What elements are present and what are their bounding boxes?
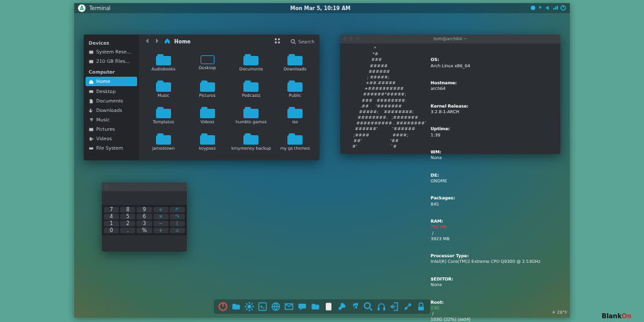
dock-web-icon[interactable]: [270, 301, 281, 312]
calculator-titlebar[interactable]: [102, 182, 187, 191]
sidebar-section-devices: Devices: [84, 37, 139, 47]
dock-mail-icon[interactable]: [284, 301, 294, 312]
calc-key-−[interactable]: −: [153, 221, 169, 226]
tray-volume-icon[interactable]: [545, 5, 551, 12]
folder-item[interactable]: Desktop: [186, 50, 230, 76]
calc-key-↷[interactable]: ↷: [170, 214, 185, 219]
calc-key-4[interactable]: 4: [104, 214, 119, 219]
calc-key-+[interactable]: +: [153, 228, 169, 233]
dock-chat-icon[interactable]: [297, 301, 308, 312]
tray-bluetooth-icon[interactable]: [538, 5, 543, 12]
calc-key-×[interactable]: ×: [153, 214, 169, 219]
dock-network-icon[interactable]: [402, 301, 413, 312]
folder-item[interactable]: my gs themes: [273, 129, 317, 155]
calc-key-([interactable]: (: [170, 221, 185, 226]
dock-music-icon[interactable]: [350, 301, 360, 312]
svg-rect-2: [563, 5, 564, 8]
dock: [214, 299, 430, 314]
sidebar-item-210gb[interactable]: 210 GB Files...: [84, 57, 139, 66]
dock-power-icon[interactable]: [218, 301, 228, 312]
activities-icon[interactable]: A: [78, 4, 86, 12]
dock-logout-icon[interactable]: [389, 301, 400, 312]
sidebar-item-music[interactable]: Music: [84, 115, 139, 125]
folder-item[interactable]: Templates: [142, 103, 186, 129]
calc-key-5[interactable]: 5: [120, 214, 135, 219]
calc-key-9[interactable]: 9: [136, 207, 152, 213]
dock-lock-icon[interactable]: [416, 301, 426, 312]
close-icon[interactable]: [343, 36, 347, 41]
folder-icon: [243, 107, 258, 118]
calc-key-0[interactable]: 0: [104, 228, 119, 233]
sidebar-item-system-reserved[interactable]: System Rese...: [84, 47, 139, 57]
calc-key-3[interactable]: 3: [136, 221, 152, 226]
active-app-label[interactable]: Terminal: [89, 6, 111, 11]
nav-forward-icon[interactable]: [154, 38, 160, 45]
svg-point-0: [531, 5, 535, 9]
sidebar-item-filesystem[interactable]: File System: [84, 143, 139, 153]
dock-wrench-icon[interactable]: [336, 301, 347, 312]
terminal-body[interactable]: * *# ### ##### ###### ; #####; +##.#####: [340, 43, 560, 322]
dock-headphones-icon[interactable]: [376, 301, 387, 312]
calc-key-6[interactable]: 6: [136, 214, 152, 219]
folder-item[interactable]: kmymoney backup: [230, 129, 274, 155]
dock-editor-icon[interactable]: [323, 301, 334, 312]
close-icon[interactable]: [104, 184, 109, 189]
calc-key-.[interactable]: .: [120, 228, 135, 233]
sidebar-item-videos[interactable]: Videos: [84, 134, 139, 143]
svg-rect-4: [89, 60, 93, 63]
calc-key-8[interactable]: 8: [120, 207, 135, 213]
sidebar-item-home[interactable]: Home: [86, 77, 137, 86]
folder-item[interactable]: Pictures: [186, 76, 230, 103]
dock-terminal-icon[interactable]: [257, 301, 268, 312]
calc-key-%[interactable]: %: [136, 228, 152, 233]
folder-item[interactable]: keypass: [186, 129, 230, 155]
folder-item[interactable]: Downloads: [273, 50, 317, 76]
tray-power-icon[interactable]: [560, 5, 566, 12]
file-manager-window: Devices System Rese... 210 GB Files... C…: [84, 35, 319, 160]
folder-item[interactable]: Videos: [186, 103, 230, 129]
calc-key-7[interactable]: 7: [104, 207, 119, 213]
folder-item[interactable]: jamestown: [142, 129, 186, 155]
weather-widget[interactable]: ☀ 28°F: [552, 310, 567, 315]
dock-settings-icon[interactable]: [244, 301, 255, 312]
folder-icon: [243, 80, 258, 92]
tray-a11y-icon[interactable]: [530, 5, 536, 12]
sidebar-item-pictures[interactable]: Pictures: [84, 125, 139, 134]
view-mode-icon[interactable]: [275, 38, 280, 45]
folder-item[interactable]: Audiobooks: [142, 50, 186, 76]
tray-network-icon[interactable]: [553, 5, 558, 12]
nav-back-icon[interactable]: [144, 38, 150, 45]
folder-item[interactable]: Documents: [230, 50, 274, 76]
calculator-display: [102, 191, 187, 205]
dock-folder-icon[interactable]: [310, 301, 321, 312]
folder-item[interactable]: iso: [273, 103, 317, 129]
dock-search-icon[interactable]: [363, 301, 374, 312]
calc-key-↶[interactable]: ↶: [170, 207, 185, 213]
folder-item[interactable]: humble games: [230, 103, 274, 129]
folder-icon: [287, 80, 303, 92]
dock-files-icon[interactable]: [231, 301, 242, 312]
maximize-icon[interactable]: [355, 36, 360, 41]
minimize-icon[interactable]: [349, 36, 353, 41]
folder-item[interactable]: Podcasts: [230, 76, 274, 103]
desktop: A Terminal Mon Mar 5, 10:19 AM Devices S…: [74, 3, 570, 318]
svg-rect-8: [275, 38, 277, 40]
folder-icon: [200, 107, 215, 118]
calc-key-1[interactable]: 1: [104, 221, 119, 226]
folder-item[interactable]: Music: [142, 76, 186, 103]
home-icon[interactable]: [164, 38, 170, 45]
terminal-titlebar[interactable]: tom@arch64:~: [340, 35, 560, 43]
folder-icon: [156, 107, 171, 118]
folder-icon: [287, 133, 303, 145]
sidebar-item-desktop[interactable]: Desktop: [84, 87, 139, 96]
search-button[interactable]: Search: [291, 39, 314, 45]
sidebar-item-documents[interactable]: Documents: [84, 96, 139, 106]
clock[interactable]: Mon Mar 5, 10:19 AM: [111, 6, 530, 11]
calc-key-÷[interactable]: ÷: [153, 207, 169, 213]
calc-key-=[interactable]: =: [170, 228, 185, 233]
calc-key-2[interactable]: 2: [120, 221, 135, 226]
svg-rect-6: [89, 128, 93, 131]
breadcrumb-home[interactable]: Home: [174, 39, 191, 45]
sidebar-item-downloads[interactable]: Downloads: [84, 106, 139, 115]
folder-item[interactable]: Public: [273, 76, 317, 103]
